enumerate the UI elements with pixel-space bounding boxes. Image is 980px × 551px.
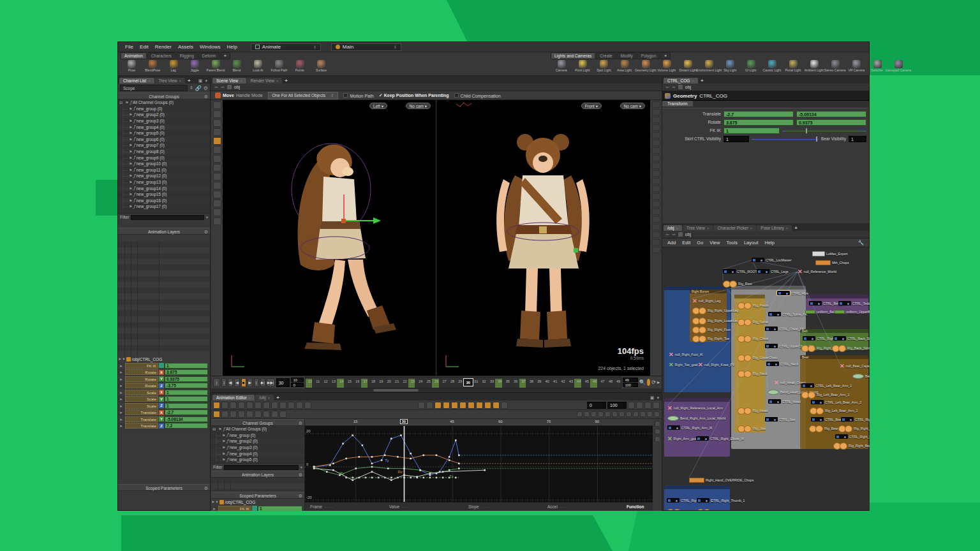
graph-display-icon[interactable] [640,411,646,417]
network-node-rig_left_bear_arm_2[interactable]: Rig_Left_Bear_Arm_2 [810,408,858,413]
keyframe-arrow-icon[interactable]: ➤ [212,506,218,511]
timeline-frame-label[interactable]: 49 [613,379,621,383]
graph-function-label[interactable]: Function [627,504,644,509]
shelf-tool-blendpose[interactable]: BlendPose [143,60,162,75]
graph-tool-icon[interactable] [655,436,660,442]
graph-display-icon[interactable] [605,411,611,417]
tree-root-item[interactable]: ⊟⚑ƒAll Channel Groups (0) [118,99,210,106]
display-option-icon[interactable] [652,147,660,154]
network-node-rig_root[interactable]: Rig_Root [723,281,752,286]
graph-nav-icon[interactable] [628,402,635,409]
network-node-ctrl_locmaster[interactable]: CTRL_LocMaster [752,258,792,262]
viewport-tool-icon[interactable] [213,191,221,198]
network-node-ctrl_teddy_jnt[interactable]: CTRL_Teddy_Jnt [838,301,870,305]
shelf-tool-camera[interactable]: Camera [552,60,571,75]
network-node-ctrl_spine_fk[interactable]: CTRL_Spine_FK [768,312,807,316]
network-path[interactable]: obj [685,232,691,237]
shelf-tool-distant-light[interactable]: Distant Light [678,60,697,75]
graph-display-icon[interactable] [633,411,639,417]
tree-item[interactable]: ├─⚑ƒnew_group3 (0) [211,444,304,451]
scoped-param-value[interactable]: 1 [165,390,208,395]
range-start2-field[interactable]: 0 [291,383,304,387]
network-node-ctrl_left_bear_arm_2[interactable]: CTRL_Left_Bear_Arm_2 [811,400,861,404]
pane-menu-icon[interactable]: ▣ [650,395,655,400]
tab-tree-view-network[interactable]: Tree View× [683,225,713,231]
pane-chevron-icon[interactable]: ▾ [205,78,207,84]
network-node-ctrl_root[interactable]: CTRL_ROOT [723,269,757,274]
display-option-icon[interactable] [652,186,660,192]
scoped-param-value[interactable]: 7.2 [165,423,208,429]
loop-icon[interactable]: ⟳ [651,379,656,385]
param-path[interactable]: obj [685,85,691,89]
net-menu-view[interactable]: View [709,240,720,246]
shelf-tool-point-light[interactable]: Point Light [573,60,592,75]
realtime-toggle-icon[interactable] [647,379,651,386]
add-tab-button[interactable]: + [274,395,281,400]
tab-transform[interactable]: Transform [662,101,693,107]
stop-button[interactable]: ■ [241,378,246,387]
key-edit-icon[interactable] [476,402,483,409]
keyframe-arrow-icon[interactable]: ➤ [119,364,124,368]
shelf-tool-follow-path[interactable]: Follow Path [269,60,288,75]
viewport-tool-icon[interactable] [213,101,221,109]
timeline-ruler[interactable]: 1011121314151617181920212223242526272829… [305,377,621,388]
network-node-right_hand_override_chops[interactable]: Right_Hand_OVERRIDE_Chops [689,478,754,483]
keyframe-arrow-icon[interactable]: ➤ [119,417,124,422]
key-edit-icon[interactable] [459,402,466,409]
network-node-ctrl_chest_fk[interactable]: CTRL_Chest_FK [765,327,805,331]
network-node-lomax_export[interactable]: LoMax_Export [812,251,847,256]
edit-mode-icon[interactable] [238,411,245,418]
link-icon[interactable]: 🔗 [195,85,202,91]
move-tool-label[interactable]: Move [223,93,234,98]
shelf-tool-surface[interactable]: Surface [311,60,330,75]
add-tab-button[interactable]: + [283,78,290,84]
display-option-icon[interactable] [652,140,660,146]
keyframe-arrow-icon[interactable]: ➤ [119,390,124,395]
network-node-uniform_upperbody[interactable]: uniform_UpperBody [835,310,870,314]
translate-y-field[interactable]: -5.09134 [796,111,866,117]
rotate-x-field[interactable]: 3.675 [724,119,794,126]
keyframe-arrow-icon[interactable]: ➤ [119,410,124,415]
tree-item[interactable]: ├─⚑ƒnew_group6 (0) [118,136,210,143]
network-node-ctrl_right_bear_cape_1[interactable]: CTRL_Right_Bear_Cape_1 [841,417,870,422]
menu-windows[interactable]: Windows [197,43,223,50]
display-option-icon[interactable] [652,247,660,253]
gear-icon[interactable]: ⚙ [204,485,208,492]
tree-item[interactable]: ├─⚑ƒnew_group5 (0) [118,130,210,136]
spinner-icon[interactable]: ⇕ [189,85,193,91]
scoped-param-value[interactable]: 3.675 [165,369,208,375]
network-node-rig_right_lowerleg[interactable]: Rig_Right_LowerLeg [692,318,738,323]
tree-item[interactable]: ├─⚑ƒnew_group2 (0) [118,112,210,118]
anim-tool-icon[interactable] [288,402,295,409]
scoped-param-value[interactable]: 1 [165,363,208,369]
viewport-left-quad[interactable]: Left ▾ No cam ▾ [223,100,436,376]
network-node-uniform_belly[interactable]: uniform_Belly [805,310,836,314]
selection-mode-dropdown[interactable]: One For All Selected Objects⇕ [268,92,339,99]
network-node-right_arm_goal[interactable]: ✕Right_Arm_goal [667,436,697,441]
display-option-icon[interactable] [652,239,660,246]
display-option-icon[interactable] [652,209,660,215]
keyframe-arrow-icon[interactable]: ➤ [119,377,124,381]
anim-tool-icon[interactable] [304,402,311,409]
anim-tool-icon[interactable] [213,402,220,409]
range-end-field[interactable]: 49 [623,378,638,382]
next-frame-button[interactable]: |▶ [254,378,259,387]
scoped-param-value[interactable]: -5.09134 [165,416,208,422]
network-node-null_right_knee_pv[interactable]: ✕null_Right_Knee_PV [698,362,734,367]
graph-nav-icon[interactable] [653,402,660,409]
menu-render[interactable]: Render [152,43,175,50]
network-node-bend_local_world[interactable]: Bend_Local_World [852,374,870,379]
graph-end-field[interactable]: 100 [607,402,627,409]
viewport-tool-icon[interactable] [213,173,221,180]
key-edit-icon[interactable] [493,402,500,409]
tab-obj[interactable]: /obj× [255,395,274,400]
network-node-null_right_foot_ik[interactable]: ✕null_Right_Foot_IK [669,352,703,357]
keyframe-arrow-icon[interactable]: ➤ [119,383,124,388]
shelf-tab-rigging[interactable]: Rigging [176,52,198,59]
play-button[interactable]: ▶ [248,378,253,387]
viewport-tool-icon[interactable] [213,155,221,163]
edit-mode-icon[interactable] [279,411,286,418]
node-name-field[interactable]: CTRL_COG [699,93,727,99]
shelf-tool-parent-blend[interactable]: Parent Blend [206,60,225,75]
tree-item[interactable]: ├─⚑ƒnew_group (0) [211,432,304,439]
